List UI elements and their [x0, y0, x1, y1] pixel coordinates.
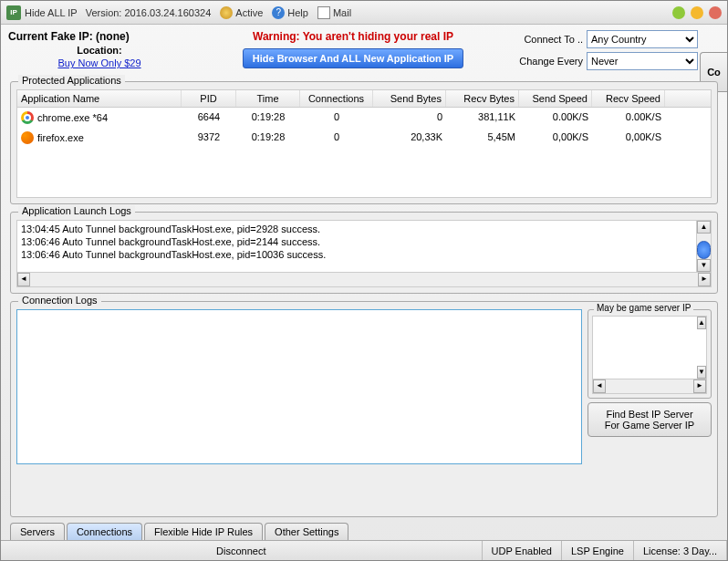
conn-cell: 0	[300, 130, 373, 146]
protected-apps-group: Protected Applications Application Name …	[10, 81, 718, 204]
connection-logs-group: Connection Logs May be game server IP ▲ …	[10, 301, 718, 517]
location-label: Location:	[77, 45, 122, 56]
help-icon: ?	[272, 6, 285, 19]
mail-item[interactable]: Mail	[317, 6, 351, 19]
app-name-cell: firefox.exe	[37, 132, 84, 143]
connection-logs-box[interactable]	[16, 309, 582, 464]
app-title: Hide ALL IP Version: 2016.03.24.160324	[25, 7, 211, 18]
col-name[interactable]: Application Name	[17, 90, 182, 107]
firefox-icon	[21, 131, 34, 144]
launch-logs-group: Application Launch Logs 13:04:45 Auto Tu…	[10, 212, 718, 294]
vertical-scrollbar[interactable]: ▲ ▼	[696, 221, 711, 272]
status-license: License: 3 Day...	[634, 541, 727, 560]
active-item[interactable]: Active	[220, 6, 263, 19]
time-cell: 0:19:28	[236, 109, 300, 126]
current-fake-ip-label: Current Fake IP:	[8, 30, 93, 43]
protected-apps-legend: Protected Applications	[18, 75, 125, 86]
horizontal-scrollbar[interactable]: ◄ ►	[16, 273, 712, 287]
hide-browser-button[interactable]: Hide Browser And ALL New Application IP	[243, 48, 463, 68]
pid-cell: 6644	[182, 109, 236, 126]
launch-logs-box[interactable]: 13:04:45 Auto Tunnel backgroundTaskHost.…	[16, 220, 712, 273]
log-lines: 13:04:45 Auto Tunnel backgroundTaskHost.…	[21, 223, 707, 261]
app-name: Hide ALL IP	[25, 7, 78, 18]
send-cell: 20,33K	[373, 130, 446, 146]
mail-icon	[317, 6, 330, 19]
connect-to-select[interactable]: Any Country	[587, 30, 698, 48]
conn-cell: 0	[300, 109, 373, 126]
current-fake-ip-value: (none)	[96, 30, 130, 43]
ss-cell: 0,00K/S	[519, 130, 592, 146]
header-center: Warning: You aren't hiding your real IP …	[198, 30, 508, 68]
warning-text: Warning: You aren't hiding your real IP	[198, 30, 508, 43]
scroll-up-icon[interactable]: ▲	[697, 317, 706, 329]
col-send[interactable]: Send Bytes	[373, 90, 446, 107]
chrome-icon	[21, 111, 34, 124]
table-body: chrome.exe *6466440:19:2800381,11K0.00K/…	[17, 108, 711, 197]
recv-cell: 381,11K	[446, 109, 519, 126]
pid-cell: 9372	[182, 130, 236, 146]
connection-logs-legend: Connection Logs	[18, 295, 101, 306]
scroll-right-icon[interactable]: ►	[698, 273, 711, 286]
header-row: Current Fake IP: (none) Location: Buy No…	[1, 25, 727, 78]
tab-servers[interactable]: Servers	[10, 523, 65, 540]
log-line: 13:06:46 Auto Tunnel backgroundTaskHost.…	[21, 235, 707, 248]
scroll-left-icon[interactable]: ◄	[17, 273, 30, 286]
launch-logs-legend: Application Launch Logs	[18, 205, 135, 216]
col-recv-speed[interactable]: Recv Speed	[592, 90, 665, 107]
game-server-list[interactable]: ▲ ▼	[592, 316, 707, 379]
time-cell: 0:19:28	[236, 130, 300, 146]
main-window: IP Hide ALL IP Version: 2016.03.24.16032…	[0, 0, 728, 561]
app-icon: IP	[6, 5, 21, 20]
scroll-thumb[interactable]	[697, 241, 711, 259]
rs-cell: 0.00K/S	[592, 109, 665, 126]
horizontal-scrollbar[interactable]: ◄ ►	[592, 379, 707, 394]
status-disconnect: Disconnect	[1, 541, 483, 560]
log-line: 13:06:46 Auto Tunnel backgroundTaskHost.…	[21, 248, 707, 261]
find-best-ip-button[interactable]: Find Best IP Server For Game Server IP	[588, 402, 712, 437]
log-line: 13:04:45 Auto Tunnel backgroundTaskHost.…	[21, 223, 707, 235]
table-row[interactable]: firefox.exe93720:19:28020,33K5,45M0,00K/…	[17, 128, 711, 148]
scroll-up-icon[interactable]: ▲	[697, 221, 711, 234]
rs-cell: 0,00K/S	[592, 130, 665, 146]
key-icon	[220, 6, 233, 19]
tab-other[interactable]: Other Settings	[265, 523, 348, 540]
vertical-scrollbar[interactable]: ▲ ▼	[697, 317, 706, 379]
app-name-cell: chrome.exe *64	[37, 112, 108, 123]
col-time[interactable]: Time	[236, 90, 300, 107]
tab-flexible[interactable]: Flexible Hide IP Rules	[144, 523, 263, 540]
scroll-down-icon[interactable]: ▼	[697, 366, 706, 379]
status-lsp: LSP Engine	[562, 541, 634, 560]
ss-cell: 0.00K/S	[519, 109, 592, 126]
version-value: 2016.03.24.160324	[124, 7, 211, 18]
titlebar: IP Hide ALL IP Version: 2016.03.24.16032…	[1, 1, 727, 25]
close-button[interactable]	[709, 6, 722, 19]
minimize-button[interactable]	[672, 6, 685, 19]
protected-apps-table: Application Name PID Time Connections Se…	[16, 89, 712, 198]
col-pid[interactable]: PID	[182, 90, 236, 107]
bottom-tabs: Servers Connections Flexible Hide IP Rul…	[1, 523, 727, 540]
table-header: Application Name PID Time Connections Se…	[17, 90, 711, 108]
game-server-legend: May be game server IP	[594, 303, 693, 313]
connect-to-label: Connect To ..	[515, 34, 587, 45]
scroll-down-icon[interactable]: ▼	[697, 259, 711, 272]
col-recv[interactable]: Recv Bytes	[446, 90, 519, 107]
scroll-left-icon[interactable]: ◄	[593, 379, 606, 393]
col-connections[interactable]: Connections	[300, 90, 373, 107]
recv-cell: 5,45M	[446, 130, 519, 146]
change-every-label: Change Every	[515, 56, 587, 67]
header-right: Connect To .. Any Country Change Every N…	[515, 30, 698, 74]
change-every-select[interactable]: Never	[587, 52, 698, 70]
fake-ip-info: Current Fake IP: (none) Location: Buy No…	[8, 30, 191, 68]
send-cell: 0	[373, 109, 446, 126]
table-row[interactable]: chrome.exe *6466440:19:2800381,11K0.00K/…	[17, 108, 711, 128]
maximize-button[interactable]	[691, 6, 703, 19]
help-item[interactable]: ? Help	[272, 6, 308, 19]
statusbar: Disconnect UDP Enabled LSP Engine Licens…	[1, 540, 727, 560]
version-label: Version:	[86, 7, 122, 18]
scroll-right-icon[interactable]: ►	[693, 379, 706, 393]
status-udp: UDP Enabled	[483, 541, 562, 560]
buy-now-link[interactable]: Buy Now Only $29	[8, 57, 191, 68]
col-send-speed[interactable]: Send Speed	[519, 90, 592, 107]
game-server-group: May be game server IP ▲ ▼ ◄ ►	[588, 309, 712, 399]
tab-connections[interactable]: Connections	[67, 523, 142, 540]
